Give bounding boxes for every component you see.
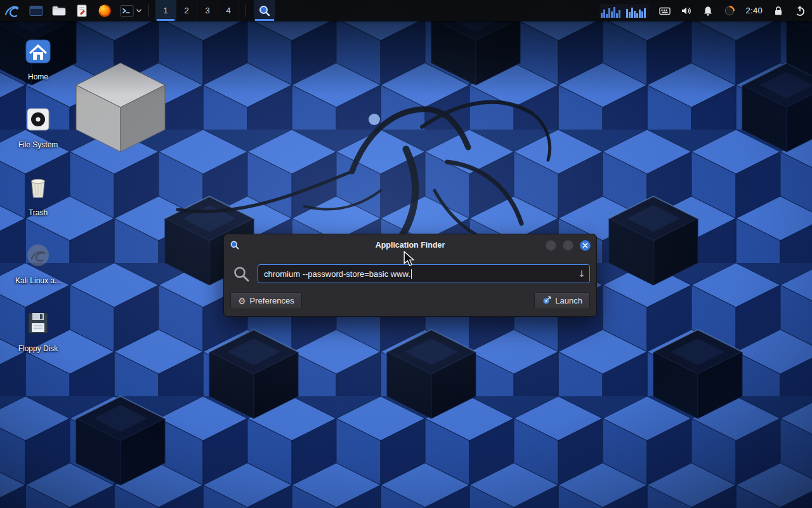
panel-launchers	[29, 4, 112, 18]
firefox-launcher[interactable]	[98, 4, 112, 18]
workspace-4[interactable]: 4	[218, 0, 239, 21]
desktop-icon-label: Trash	[29, 209, 48, 217]
kali-documents-icon	[24, 241, 52, 269]
desktop-icon-kali-documents[interactable]: Kali Linux a...	[8, 237, 69, 305]
preferences-button[interactable]: ⚙ Preferences	[230, 292, 302, 309]
panel-separator	[148, 4, 149, 17]
window-icon	[29, 4, 43, 18]
search-input[interactable]: chromium --password-store=basic www. ↓	[258, 264, 590, 283]
text-caret	[411, 269, 412, 279]
system-tray: 2:40	[599, 4, 812, 18]
application-finder-window: Application Finder chromium --password-s…	[223, 234, 597, 317]
desktop-icon-file-system[interactable]: File System	[8, 101, 69, 169]
clock[interactable]: 2:40	[745, 6, 763, 15]
window-title: Application Finder	[224, 241, 596, 250]
taskbar-app-finder-button[interactable]	[254, 0, 275, 21]
close-button[interactable]	[580, 240, 591, 251]
firefox-icon	[98, 4, 112, 18]
desktop-icon-column: Home File System Trash	[8, 33, 69, 373]
panel-separator	[246, 4, 246, 17]
kali-menu-icon	[4, 3, 20, 19]
status-indicator-icon[interactable]	[724, 5, 735, 17]
window-launcher[interactable]	[29, 4, 43, 18]
file-manager-launcher[interactable]	[52, 4, 66, 18]
top-panel: 1 2 3 4	[0, 0, 812, 21]
workspace-switcher: 1 2 3 4	[155, 0, 239, 21]
desktop-icon-home[interactable]: Home	[8, 33, 69, 101]
terminal-launcher[interactable]	[120, 4, 142, 18]
file-manager-icon	[52, 4, 66, 18]
workspace-1[interactable]: 1	[155, 0, 176, 21]
desktop-icon-label: Home	[28, 73, 48, 81]
titlebar[interactable]: Application Finder	[224, 234, 596, 256]
system-load-graph[interactable]	[599, 4, 649, 18]
trash-icon	[23, 173, 53, 202]
notifications-bell-icon[interactable]	[702, 5, 714, 17]
close-icon	[582, 243, 588, 248]
text-editor-icon	[75, 4, 89, 18]
logout-icon[interactable]	[794, 5, 806, 17]
desktop-icon-label: Kali Linux a...	[15, 277, 61, 285]
terminal-icon	[120, 4, 134, 18]
search-input-value: chromium --password-store=basic www.	[264, 269, 410, 279]
launch-icon	[542, 296, 551, 305]
app-finder-window-icon	[230, 240, 240, 250]
workspace-3[interactable]: 3	[197, 0, 218, 21]
minimize-button[interactable]	[546, 240, 556, 251]
kali-menu-button[interactable]	[0, 0, 24, 21]
desktop-icon-trash[interactable]: Trash	[8, 169, 69, 237]
maximize-button[interactable]	[563, 240, 573, 251]
file-system-icon	[24, 105, 52, 133]
floppy-disk-icon	[23, 309, 53, 338]
volume-icon[interactable]	[681, 5, 692, 17]
text-editor-launcher[interactable]	[75, 4, 89, 18]
desktop-icon-floppy-disk[interactable]: Floppy Disk	[8, 305, 69, 373]
chevron-down-icon[interactable]	[136, 8, 142, 14]
lock-icon[interactable]	[773, 5, 784, 17]
app-finder-icon	[258, 4, 271, 17]
home-icon	[23, 37, 53, 66]
desktop-icon-label: File System	[18, 141, 58, 149]
desktop-icon-label: Floppy Disk	[18, 345, 58, 353]
keyboard-icon[interactable]	[659, 5, 671, 17]
gear-icon: ⚙	[238, 297, 246, 305]
launch-button-label: Launch	[555, 296, 582, 305]
launch-button[interactable]: Launch	[534, 292, 590, 309]
preferences-button-label: Preferences	[250, 296, 294, 305]
search-icon	[233, 265, 250, 283]
workspace-2[interactable]: 2	[176, 0, 197, 21]
history-dropdown-arrow[interactable]: ↓	[578, 265, 586, 283]
